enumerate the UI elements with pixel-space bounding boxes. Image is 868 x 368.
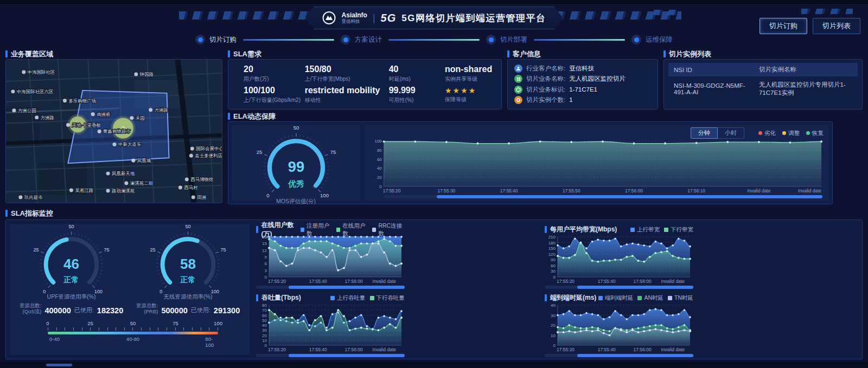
instance-table: NSI ID 切片实例名称 NSI-M-309-GDGZ-N5MF-491-A-… (668, 63, 858, 98)
sla-item-users: 20用户数(万) (244, 63, 305, 85)
scrollbar-thumb[interactable] (289, 354, 405, 357)
map-label: 黄鑫购物超市 (103, 128, 131, 134)
step-dot-icon (631, 35, 641, 44)
slice-list-button[interactable]: 切片列表 (813, 18, 860, 34)
resource-gauges-box: 025507510046正常 UPF资源使用率(%) 资源总数:(QoS流) 4… (10, 224, 250, 355)
map-label: 多乐购物广场 (68, 98, 96, 104)
scrollbar-thumb[interactable] (577, 286, 693, 289)
step-connector (388, 39, 480, 41)
throughput-chart: 0102030405060708017:55:2017:55:4017:56:0… (256, 302, 405, 352)
brand-text: AsiaInfo亚信科技 (342, 12, 367, 24)
map-poi-icon (106, 189, 110, 192)
map-poi-icon (130, 116, 133, 120)
legend-item[interactable]: 下行带宽 (664, 226, 693, 234)
step-slice-deploy: 切片部署 (486, 35, 527, 44)
legend-item[interactable]: 下行吞吐量 (370, 294, 405, 302)
map-label: 方洲公园 (18, 108, 36, 113)
radio-gauge-caption: 无线资源使用率(%) (164, 293, 213, 301)
scrollbar-thumb[interactable] (289, 286, 405, 289)
legend-mark-icon (370, 296, 374, 300)
svg-text:20: 20 (377, 175, 382, 180)
map-poi-icon (35, 115, 39, 119)
map-label: 西马村 (184, 185, 198, 190)
svg-text:17:55:20: 17:55:20 (268, 347, 286, 352)
chart-scrollbar[interactable] (545, 354, 693, 357)
slice-order-button[interactable]: 切片订购 (760, 18, 807, 34)
svg-text:Invalid date: Invalid date (661, 347, 685, 352)
svg-text:180: 180 (548, 241, 556, 246)
map-label: 方洲路 (41, 115, 54, 120)
sla-monitor-title: SLA指标监控 (5, 208, 863, 218)
minute-toggle-button[interactable]: 分钟 (691, 127, 718, 139)
svg-text:Invalid date: Invalid date (661, 279, 685, 284)
ela-assurance-title: ELA动态保障 (228, 111, 833, 121)
svg-text:0: 0 (379, 184, 382, 189)
step-ops-assurance: 运维保障 (631, 35, 673, 44)
map-label: 吴淞江路 (75, 188, 93, 193)
step-dot-icon (341, 35, 350, 44)
legend-mark-icon (630, 228, 635, 232)
map-poi-icon (106, 172, 110, 176)
step-connector (534, 39, 625, 41)
svg-text:17:56:00: 17:56:00 (634, 347, 652, 352)
svg-text:20: 20 (262, 333, 267, 338)
sla-monitor-section: SLA指标监控 025507510046正常 UPF资源使用率(%) 资源总数:… (0, 208, 868, 359)
horizontal-scrollbar[interactable] (46, 364, 72, 366)
svg-text:40: 40 (551, 303, 556, 308)
svg-text:Invalid date: Invalid date (373, 347, 397, 352)
map-label: 田洲 (197, 195, 206, 200)
table-row[interactable]: NSI-M-309-GDGZ-N5MF-491-A-AI 无人机园区监控切片专用… (668, 76, 858, 98)
instance-list-panel: 切片实例列表 NSI ID 切片实例名称 NSI-M-309-GDGZ-N5MF… (663, 49, 863, 109)
legend-item[interactable]: 上行吞吐量 (330, 294, 366, 302)
svg-text:30: 30 (551, 269, 556, 274)
chart-scrollbar[interactable] (256, 354, 405, 357)
svg-text:17:55:20: 17:55:20 (383, 188, 401, 193)
chart-scrollbar[interactable] (256, 286, 405, 289)
instance-list-title: 切片实例列表 (663, 49, 863, 59)
hazard-stripes-left (179, 11, 319, 20)
svg-text:25: 25 (150, 247, 155, 253)
header: AsiaInfo亚信科技 | 5G 5G网络切片端到端运营管理平台 切片订购 切… (0, 5, 868, 32)
mos-gauge-box: 025507510099优秀 MOS评估值(分) (232, 125, 360, 201)
legend-mark-icon (637, 296, 642, 300)
map-label: 西马博物馆 (190, 177, 213, 182)
svg-text:17:56:00: 17:56:00 (625, 188, 643, 193)
hour-toggle-button[interactable]: 小时 (718, 127, 744, 139)
legend-mark-icon (301, 228, 304, 232)
map-poi-icon (190, 147, 194, 151)
svg-text:30: 30 (551, 313, 556, 318)
svg-text:75: 75 (220, 247, 226, 253)
legend-item[interactable]: 上行带宽 (630, 226, 660, 234)
scrollbar-thumb[interactable] (437, 195, 822, 198)
svg-text:17:55:20: 17:55:20 (268, 279, 286, 284)
legend-mark-icon (806, 131, 810, 135)
avg-bandwidth-legend: 上行带宽下行带宽 (630, 226, 693, 234)
legend-mark-icon (372, 228, 376, 232)
scrollbar-thumb[interactable] (577, 354, 693, 357)
latency-legend: 端到端时延AN时延TN时延 (598, 294, 693, 302)
legend-item[interactable]: 调整 (782, 130, 800, 137)
latency-chart-title: 端到端时延(ms) (545, 293, 596, 302)
svg-text:75: 75 (104, 247, 109, 253)
svg-text:50: 50 (293, 126, 299, 131)
svg-text:210: 210 (548, 235, 556, 240)
user-icon (514, 64, 522, 73)
legend-item[interactable]: 端到端时延 (598, 294, 634, 302)
map-label: 天地·七里香都 (72, 122, 100, 128)
legend-item[interactable]: TN时延 (668, 294, 693, 302)
legend-item[interactable]: AN时延 (637, 294, 663, 302)
coverage-map[interactable]: 12 中海国际社区钟园路中海国际社区六区多乐购物广场方洲公园方洲路南洲桥方洲路禾… (5, 59, 222, 203)
step-dot-icon (486, 35, 496, 44)
ela-chart-scrollbar[interactable] (384, 195, 822, 198)
svg-text:40: 40 (262, 323, 267, 328)
svg-text:25: 25 (256, 149, 262, 155)
online-users-chart-title: 在线用户数(万) (256, 225, 301, 234)
map-label: 南洲桥 (97, 112, 111, 117)
legend-item[interactable]: 恢复 (806, 130, 824, 137)
chart-scrollbar[interactable] (545, 286, 693, 289)
map-poi-icon (12, 108, 16, 112)
svg-text:80: 80 (377, 148, 382, 153)
legend-item[interactable]: 劣化 (758, 130, 776, 137)
scale-ruler (48, 327, 218, 331)
usage-color-scale: 0 25 50 75 100 0-40 40-80 80-100 (48, 320, 218, 343)
